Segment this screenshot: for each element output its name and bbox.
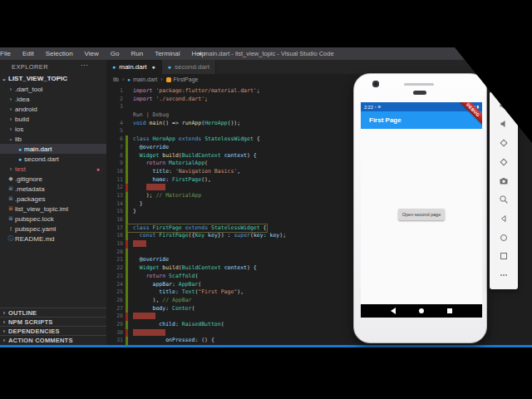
- section-outline[interactable]: ›OUTLINE: [0, 308, 106, 317]
- tab-label: main.dart: [119, 63, 146, 71]
- section-action-comments[interactable]: ›ACTION COMMENTS: [0, 335, 106, 344]
- more-icon[interactable]: [499, 270, 509, 280]
- rotate-right-icon[interactable]: [499, 157, 509, 167]
- tab-second.dart[interactable]: ●second.dart: [162, 60, 216, 74]
- rotate-left-icon[interactable]: [499, 138, 509, 148]
- title-bar: FileEditSelectionViewGoRunTerminalHelp ●…: [0, 47, 532, 60]
- chevron-right-icon: ›: [7, 106, 15, 112]
- screenshot-icon[interactable]: [499, 176, 509, 186]
- line-number: 27: [106, 305, 123, 313]
- app-body: Open second page: [361, 129, 482, 304]
- home-icon[interactable]: [499, 233, 509, 243]
- tree-item-build[interactable]: ›build: [0, 114, 106, 124]
- breadcrumb-item-lib[interactable]: lib: [113, 76, 119, 82]
- tree-item-lib[interactable]: ⌄lib: [0, 134, 106, 144]
- android-emulator: 2:22 ▫ ⚙ ◦ ♥ ◢ ▮ First Page DEBUG Open s…: [353, 73, 487, 343]
- tree-item-list_view_topic.iml[interactable]: ≣list_view_topic.iml: [0, 204, 106, 214]
- line-gutter: [106, 111, 123, 120]
- phone-screen: 2:22 ▫ ⚙ ◦ ♥ ◢ ▮ First Page DEBUG Open s…: [361, 102, 482, 318]
- section-npm-scripts[interactable]: ›NPM SCRIPTS: [0, 317, 106, 326]
- tree-item-label: lib: [15, 135, 22, 143]
- phone-earpiece: [413, 91, 426, 95]
- tree-item-label: list_view_topic.iml: [15, 205, 68, 213]
- section-label: ACTION COMMENTS: [8, 337, 73, 344]
- code-text: child: RaisedButton(: [128, 321, 224, 329]
- section-dependencies[interactable]: ›DEPENDENCIES: [0, 326, 106, 335]
- back-icon[interactable]: [499, 214, 509, 224]
- zoom-icon[interactable]: [499, 195, 509, 204]
- line-number: 26: [106, 297, 123, 305]
- line-number: 13: [106, 192, 123, 200]
- menu-item-run[interactable]: Run: [125, 47, 149, 60]
- breadcrumb-item-FirstPage[interactable]: FirstPage: [174, 76, 199, 82]
- phone-speaker: [404, 83, 434, 86]
- open-second-page-button[interactable]: Open second page: [398, 209, 445, 220]
- tree-item-.dart_tool[interactable]: ›.dart_tool: [0, 84, 106, 94]
- tree-item-.packages[interactable]: ≣.packages: [0, 194, 106, 204]
- line-number: 19: [106, 240, 123, 249]
- breadcrumb-separator: ›: [122, 76, 124, 82]
- code-text: const FirstPage({Key key}) : super(key: …: [128, 232, 286, 240]
- tree-item-label: android: [15, 106, 37, 113]
- nav-home-icon[interactable]: [419, 308, 424, 313]
- nav-overview-icon[interactable]: [447, 308, 452, 313]
- explorer-bottom-sections: ›OUTLINE›NPM SCRIPTS›DEPENDENCIES›ACTION…: [0, 308, 106, 344]
- volume-down-icon[interactable]: [499, 119, 509, 129]
- line-number: 2: [106, 96, 123, 104]
- line-number: 31: [106, 337, 123, 345]
- chevron-right-icon: ›: [7, 166, 15, 172]
- line-number: 3: [106, 103, 123, 111]
- tree-item-second.dart[interactable]: ●second.dart: [0, 154, 106, 164]
- tab-main.dart[interactable]: ●main.dart●: [106, 60, 162, 74]
- tree-item-.idea[interactable]: ›.idea: [0, 94, 106, 104]
- tree-item-pubspec.lock[interactable]: ≣pubspec.lock: [0, 214, 106, 224]
- code-text: return MaterialApp(: [128, 160, 208, 168]
- file-file-icon: ≣: [7, 215, 15, 222]
- menu-item-go[interactable]: Go: [105, 47, 126, 60]
- app-bar: First Page: [361, 111, 482, 129]
- project-root-item[interactable]: ⌄ LIST_VIEW_TOPIC: [0, 73, 106, 84]
- line-number: 20: [106, 249, 123, 257]
- tree-item-main.dart[interactable]: ●main.dart: [0, 144, 106, 154]
- explorer-sidebar: EXPLORER ··· ⌄ LIST_VIEW_TOPIC ›.dart_to…: [0, 60, 106, 346]
- nav-back-icon[interactable]: [391, 308, 396, 314]
- menu-item-edit[interactable]: Edit: [17, 47, 40, 60]
- tree-item-ios[interactable]: ›ios: [0, 124, 106, 134]
- menu-item-selection[interactable]: Selection: [40, 47, 79, 60]
- tree-item-label: main.dart: [24, 145, 52, 153]
- line-number: 7: [106, 144, 123, 152]
- battery-small-icon: ▫: [375, 105, 377, 109]
- section-label: NPM SCRIPTS: [8, 318, 52, 326]
- menu-item-file[interactable]: File: [0, 47, 17, 60]
- tree-item-.gitignore[interactable]: ◆.gitignore: [0, 174, 106, 184]
- modified-dot-icon[interactable]: ●: [152, 64, 155, 70]
- code-text: [128, 127, 133, 135]
- code-text: @override: [128, 256, 169, 264]
- explorer-actions-icon[interactable]: ···: [81, 61, 88, 69]
- menu-item-help[interactable]: Help: [185, 47, 210, 60]
- overview-icon[interactable]: [499, 251, 509, 261]
- tree-item-label: .metadata: [15, 185, 45, 193]
- code-text: body: Center(: [128, 305, 195, 313]
- tree-item-pubspec.yaml[interactable]: !pubspec.yaml: [0, 224, 106, 234]
- xml-file-icon: ≣: [7, 205, 15, 212]
- chevron-right-icon: ›: [7, 86, 15, 92]
- tree-item-README.md[interactable]: ⓘREADME.md: [0, 234, 106, 244]
- codelens-run-debug[interactable]: Run | Debug: [128, 111, 169, 120]
- explorer-header: EXPLORER: [0, 63, 48, 71]
- menu-item-terminal[interactable]: Terminal: [149, 47, 185, 60]
- line-number: 4: [106, 120, 123, 128]
- tree-item-test[interactable]: ›test●: [0, 164, 106, 174]
- class-symbol-icon: [166, 77, 171, 82]
- tree-item-android[interactable]: ›android: [0, 104, 106, 114]
- menu-item-view[interactable]: View: [79, 47, 105, 60]
- code-text: Widget build(BuildContext context) {: [128, 264, 257, 273]
- chevron-right-icon: ›: [0, 310, 8, 316]
- chevron-right-icon: ›: [7, 96, 15, 102]
- dart-file-icon: ●: [112, 64, 116, 70]
- code-text: title: Text("First Page"),: [128, 288, 244, 297]
- tree-item-label: pubspec.yaml: [15, 225, 56, 233]
- breadcrumb-item-main.dart[interactable]: main.dart: [133, 76, 157, 82]
- tree-item-.metadata[interactable]: ≣.metadata: [0, 184, 106, 194]
- phone-camera-icon: [372, 81, 379, 87]
